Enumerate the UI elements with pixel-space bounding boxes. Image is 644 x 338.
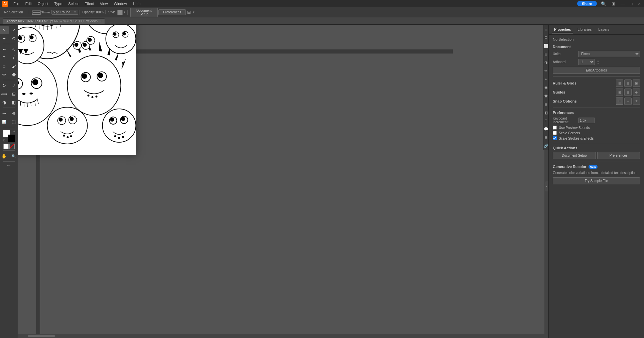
search-icon[interactable]: 🔍 <box>600 1 608 7</box>
ruler-grid-icon-1[interactable]: ⊟ <box>616 79 623 87</box>
type-icon-right[interactable]: T <box>544 118 548 124</box>
style-arrow[interactable]: ▼ <box>123 11 126 14</box>
pencil-tool[interactable]: ✏ <box>0 70 9 78</box>
menu-effect[interactable]: Effect <box>82 1 97 6</box>
artboard-select[interactable]: 1 <box>578 59 595 65</box>
menu-file[interactable]: File <box>11 1 22 6</box>
swatches-icon[interactable]: ⊞ <box>543 101 548 108</box>
shape-tool[interactable]: □ <box>0 62 9 70</box>
tab-properties[interactable]: Properties <box>552 26 573 33</box>
swap-colors-icon[interactable]: ⇄ <box>13 130 15 133</box>
style-swatch[interactable] <box>117 10 123 15</box>
menu-type[interactable]: Type <box>52 1 65 6</box>
gradient-tool[interactable]: ◧ <box>9 98 18 106</box>
blend-tool[interactable]: ⊕ <box>9 109 18 117</box>
layers-icon-right[interactable]: ⊟ <box>543 134 548 141</box>
type-tool[interactable]: T <box>0 54 9 62</box>
use-preview-bounds-checkbox[interactable] <box>553 126 557 130</box>
edit-artboards-button[interactable]: Edit Artboards <box>553 67 640 74</box>
symbols-icon[interactable]: ✦ <box>543 76 548 82</box>
free-transform-tool[interactable]: ⊞ <box>9 90 18 98</box>
tab-layers[interactable]: Layers <box>596 26 611 33</box>
shaper-tool[interactable]: ⬟ <box>9 70 18 78</box>
align-icon[interactable]: ⊟ <box>186 9 191 15</box>
document-tab[interactable]: AdobeStock_168739903.ai* @ 66.67 % (RGB/… <box>3 18 105 24</box>
stroke-dropdown-arrow[interactable]: ▼ <box>74 11 77 14</box>
horizontal-scrollbar[interactable] <box>18 334 544 338</box>
menu-view[interactable]: View <box>97 1 111 6</box>
stroke-color-box[interactable] <box>8 135 15 142</box>
chart-tool[interactable]: 📊 <box>0 118 9 126</box>
curvature-tool[interactable]: ∿ <box>9 45 18 53</box>
scale-corners-checkbox[interactable] <box>553 131 557 135</box>
none-box[interactable] <box>9 144 15 149</box>
guides-icon-2[interactable]: ⊟ <box>624 89 632 96</box>
magic-wand-tool[interactable]: ✦ <box>0 34 9 42</box>
tab-libraries[interactable]: Libraries <box>575 26 594 33</box>
guides-icon-1[interactable]: ⊞ <box>616 89 623 96</box>
lasso-tool[interactable]: ⊙ <box>9 34 18 42</box>
horizontal-scroll-thumb[interactable] <box>28 335 55 337</box>
scale-tool[interactable]: ⤢ <box>9 81 18 90</box>
transform-icon[interactable]: ⬜ <box>543 43 549 49</box>
quick-preferences-button[interactable]: Preferences <box>597 152 640 159</box>
snap-icon-1[interactable]: ⊢ <box>616 98 623 105</box>
rotate-tool[interactable]: ↻ <box>0 81 9 90</box>
shape-builder-group: ◑ ◧ <box>0 98 18 106</box>
color-icon[interactable]: ⬟ <box>543 93 549 99</box>
guides-icon-3[interactable]: ⊛ <box>633 89 640 96</box>
tab-close-button[interactable]: × <box>100 19 101 23</box>
snap-icon-3[interactable]: ⊤ <box>633 98 640 105</box>
pathfinder-icon[interactable]: ◑ <box>543 59 549 66</box>
eyedropper-tool[interactable]: ⊸ <box>0 109 9 117</box>
zoom-tool[interactable]: 🔍 <box>9 152 18 160</box>
ruler-grid-icon-2[interactable]: ⊞ <box>624 79 632 87</box>
preferences-button[interactable]: Preferences <box>158 9 186 15</box>
links-icon[interactable]: 🔗 <box>543 143 549 149</box>
menu-help[interactable]: Help <box>130 1 143 6</box>
menu-select[interactable]: Select <box>66 1 81 6</box>
menu-window[interactable]: Window <box>111 1 130 6</box>
selection-tool[interactable]: ↖ <box>0 26 9 34</box>
brush-icon[interactable]: ✏ <box>543 68 548 74</box>
artboard-tool[interactable]: ⬚ <box>9 118 18 126</box>
direct-selection-tool[interactable]: ↗ <box>9 26 18 34</box>
gradient-icon-right[interactable]: ◧ <box>543 110 549 116</box>
pen-tool[interactable]: ✒ <box>0 45 9 53</box>
try-sample-file-button[interactable]: Try Sample File <box>553 177 640 184</box>
panel-collapse-handle[interactable]: ‹ <box>545 181 548 191</box>
use-preview-bounds-label: Use Preview Bounds <box>559 126 590 130</box>
reset-colors-icon[interactable]: ⊡ <box>3 139 5 142</box>
close-icon[interactable]: × <box>637 1 642 7</box>
fill-box[interactable] <box>3 144 9 149</box>
hand-tool[interactable]: ✋ <box>0 152 9 160</box>
keyboard-increment-input[interactable] <box>578 118 595 123</box>
width-tool[interactable]: ⟺ <box>0 90 9 98</box>
align-icon-right[interactable]: ⊟ <box>543 51 548 57</box>
comment-icon[interactable]: 💬 <box>543 126 549 132</box>
document-setup-button[interactable]: Document Setup <box>130 8 158 17</box>
share-button[interactable]: Share <box>577 1 597 6</box>
snap-icon-2[interactable]: ⊣ <box>624 98 632 105</box>
paintbrush-tool[interactable]: 🖌 <box>9 62 18 70</box>
menu-object[interactable]: Object <box>35 1 51 6</box>
units-select[interactable]: Pixels <box>578 51 640 57</box>
stroke-color-swatch[interactable] <box>32 10 40 15</box>
arrange-icon[interactable]: ⊞ <box>610 1 617 7</box>
properties-panel-icon[interactable]: ☰ <box>543 26 549 32</box>
scale-strokes-checkbox[interactable] <box>553 136 557 140</box>
ruler-grid-icon-3[interactable]: ⊠ <box>633 79 640 87</box>
shape-builder-tool[interactable]: ◑ <box>0 98 9 106</box>
line-tool[interactable]: / <box>9 54 18 62</box>
appearance-icon[interactable]: ⊡ <box>543 34 548 41</box>
more-tools-icon[interactable]: ••• <box>7 164 10 167</box>
align-dropdown-arrow[interactable]: ▼ <box>192 11 195 14</box>
graphic-styles-icon[interactable]: ◉ <box>543 84 549 91</box>
menu-edit[interactable]: Edit <box>23 1 34 6</box>
maximize-icon[interactable]: □ <box>629 1 634 7</box>
artboard-down-arrow[interactable]: ▼ <box>597 62 599 64</box>
minimize-icon[interactable]: — <box>619 1 626 7</box>
quick-document-setup-button[interactable]: Document Setup <box>553 152 596 159</box>
svg-point-108 <box>118 137 120 139</box>
artboard-up-arrow[interactable]: ▲ <box>597 59 599 62</box>
